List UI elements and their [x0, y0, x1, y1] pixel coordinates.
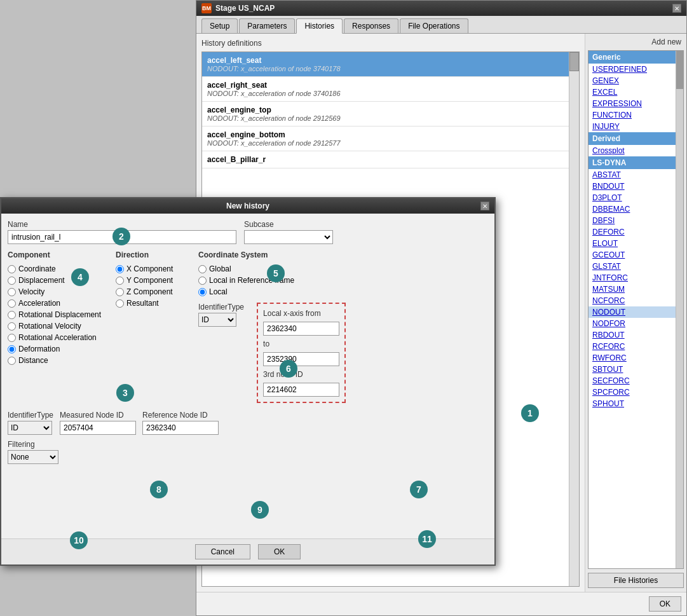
radio-distance-input[interactable]: [8, 357, 16, 365]
measured-node-label: Measured Node ID: [60, 411, 136, 420]
type-glstat[interactable]: GLSTAT: [588, 261, 676, 272]
radio-z-input[interactable]: [116, 288, 124, 296]
main-ok-button[interactable]: OK: [649, 596, 681, 612]
type-deforc[interactable]: DEFORC: [588, 226, 676, 238]
history-item[interactable]: accel_right_seat NODOUT: x_acceleration …: [202, 77, 579, 102]
radio-local-input[interactable]: [198, 288, 207, 296]
local-x-axis-label: Local x-axis from: [263, 309, 339, 318]
type-jntforc[interactable]: JNTFORC: [588, 272, 676, 284]
radio-rotational-velocity-input[interactable]: [8, 322, 16, 331]
filtering-select[interactable]: None: [8, 450, 58, 464]
type-list-scroll-thumb[interactable]: [676, 51, 683, 89]
local-x-axis-input[interactable]: [263, 322, 339, 336]
history-item-name: accel_left_seat: [207, 56, 564, 65]
type-bndout[interactable]: BNDOUT: [588, 181, 676, 192]
subcase-label: Subcase: [244, 220, 333, 229]
history-item[interactable]: accel_left_seat NODOUT: x_acceleration o…: [202, 52, 579, 77]
type-rbdout[interactable]: RBDOUT: [588, 329, 676, 341]
radio-global[interactable]: Global: [198, 264, 346, 273]
radio-coordinate-input[interactable]: [8, 265, 16, 273]
third-node-input[interactable]: [263, 383, 339, 397]
radio-displacement[interactable]: Displacement: [8, 276, 109, 285]
radio-rotational-acceleration-input[interactable]: [8, 334, 16, 342]
history-item[interactable]: accel_B_pillar_r ×: [202, 151, 579, 168]
radio-rotational-acceleration[interactable]: Rotational Acceleration: [8, 333, 109, 342]
radio-x-component[interactable]: X Component: [116, 264, 192, 273]
type-rcforc[interactable]: RCFORC: [588, 341, 676, 352]
type-sbtout[interactable]: SBTOUT: [588, 364, 676, 375]
identifier-type-select[interactable]: ID: [198, 313, 236, 327]
type-elout[interactable]: ELOUT: [588, 238, 676, 249]
radio-velocity[interactable]: Velocity: [8, 287, 109, 296]
type-sphout[interactable]: SPHOUT: [588, 398, 676, 409]
reference-node-input[interactable]: [142, 421, 219, 435]
radio-distance[interactable]: Distance: [8, 356, 109, 365]
tab-responses[interactable]: Responses: [344, 18, 398, 33]
type-list-scrollbar[interactable]: [676, 51, 683, 568]
type-spcforc[interactable]: SPCFORC: [588, 387, 676, 398]
type-excel[interactable]: EXCEL: [588, 86, 676, 98]
history-scrollbar[interactable]: [569, 52, 579, 586]
scrollbar-thumb[interactable]: [569, 52, 579, 71]
type-rwforc[interactable]: RWFORC: [588, 352, 676, 364]
radio-rotational-displacement[interactable]: Rotational Displacement: [8, 310, 109, 319]
radio-rotational-velocity[interactable]: Rotational Velocity: [8, 322, 109, 331]
dialog-close-button[interactable]: ✕: [480, 202, 489, 210]
cancel-button[interactable]: Cancel: [195, 544, 250, 559]
radio-x-input[interactable]: [116, 265, 124, 273]
radio-y-component[interactable]: Y Component: [116, 276, 192, 285]
tab-histories[interactable]: Histories: [296, 18, 343, 34]
radio-displacement-input[interactable]: [8, 277, 16, 285]
name-group: Name: [8, 220, 236, 244]
radio-rotational-displacement-input[interactable]: [8, 311, 16, 319]
id-type-select-bottom[interactable]: ID: [8, 421, 52, 435]
radio-acceleration[interactable]: Acceleration: [8, 299, 109, 308]
title-bar: BM Stage US_NCAP ✕: [196, 1, 686, 16]
radio-resultant-input[interactable]: [116, 299, 124, 308]
tab-setup[interactable]: Setup: [201, 18, 238, 33]
history-item[interactable]: accel_engine_top NODOUT: x_acceleration …: [202, 102, 579, 127]
radio-local-ref-input[interactable]: [198, 277, 207, 285]
history-definitions-label: History definitions: [201, 39, 580, 48]
subcase-select[interactable]: [244, 230, 333, 244]
tab-parameters[interactable]: Parameters: [239, 18, 295, 33]
radio-deformation[interactable]: Deformation: [8, 345, 109, 353]
category-generic: Generic: [588, 51, 676, 64]
measured-node-input[interactable]: [60, 421, 136, 435]
type-secforc[interactable]: SECFORC: [588, 375, 676, 387]
type-crossplot[interactable]: Crossplot: [588, 145, 676, 156]
radio-resultant[interactable]: Resultant: [116, 299, 192, 308]
category-lsdyna: LS-DYNA: [588, 156, 676, 169]
radio-z-component[interactable]: Z Component: [116, 287, 192, 296]
radio-coordinate[interactable]: Coordinate: [8, 264, 109, 273]
radio-local-ref[interactable]: Local in Reference frame: [198, 276, 346, 285]
ok-button[interactable]: OK: [258, 544, 301, 559]
type-gceout[interactable]: GCEOUT: [588, 249, 676, 261]
type-function[interactable]: FUNCTION: [588, 109, 676, 121]
radio-acceleration-input[interactable]: [8, 299, 16, 308]
type-ncforc[interactable]: NCFORC: [588, 295, 676, 306]
type-matsum[interactable]: MATSUM: [588, 284, 676, 295]
tab-file-operations[interactable]: File Operations: [400, 18, 468, 33]
type-userdefined[interactable]: USERDEFINED: [588, 64, 676, 75]
name-input[interactable]: [8, 230, 236, 244]
radio-y-input[interactable]: [116, 277, 124, 285]
type-nodout[interactable]: NODOUT: [588, 306, 676, 318]
close-button[interactable]: ✕: [672, 4, 681, 13]
type-nodfor[interactable]: NODFOR: [588, 318, 676, 329]
to-input[interactable]: [263, 352, 339, 366]
type-dbbemac[interactable]: DBBEMAC: [588, 203, 676, 215]
history-item[interactable]: accel_engine_bottom NODOUT: x_accelerati…: [202, 127, 579, 151]
type-genex[interactable]: GENEX: [588, 75, 676, 86]
type-abstat[interactable]: ABSTAT: [588, 169, 676, 181]
type-d3plot[interactable]: D3PLOT: [588, 192, 676, 203]
radio-local[interactable]: Local: [198, 287, 346, 296]
type-dbfsi[interactable]: DBFSI: [588, 215, 676, 226]
radio-velocity-input[interactable]: [8, 288, 16, 296]
radio-global-input[interactable]: [198, 265, 207, 273]
component-section: Component Coordinate Displacement Veloci…: [8, 250, 109, 403]
type-injury[interactable]: INJURY: [588, 121, 676, 132]
type-expression[interactable]: EXPRESSION: [588, 98, 676, 109]
file-histories-button[interactable]: File Histories: [588, 573, 684, 588]
radio-deformation-input[interactable]: [8, 345, 16, 353]
